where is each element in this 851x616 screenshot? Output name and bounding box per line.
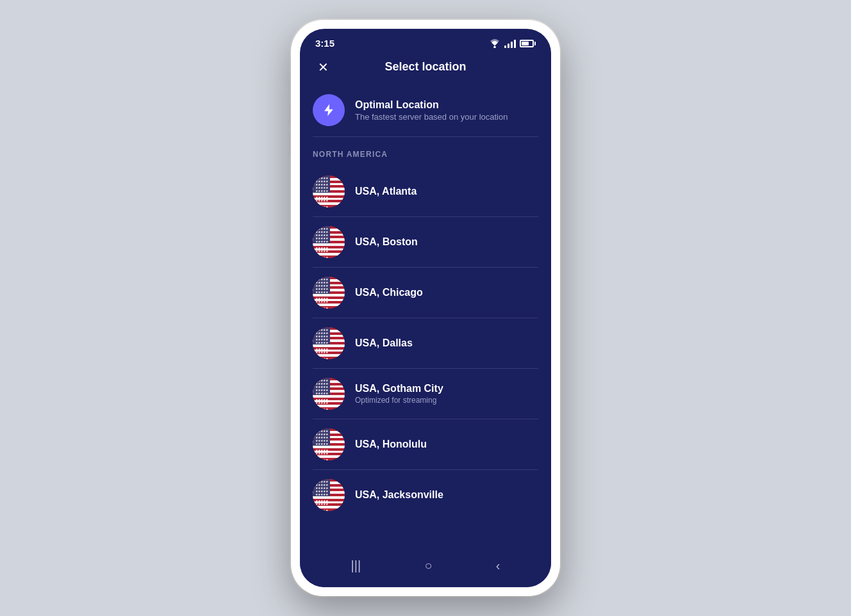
header-title: Select location	[384, 60, 466, 74]
battery-icon	[520, 40, 536, 47]
status-icons	[489, 39, 536, 48]
optimal-location-item[interactable]: Optimal Location The fastest server base…	[300, 84, 551, 136]
location-item-chicago[interactable]: ★★★★★★★★★★★★★★★★★★★★★★★★★★★★★★★★★★★★★★★★…	[300, 268, 551, 318]
location-item-atlanta[interactable]: ★★★★★★★★★★★★★★★★★★★★★★★★★★★★★★★★★★★★★★★★…	[300, 166, 551, 216]
phone-mockup: 3:15	[291, 20, 560, 596]
flag-boston: ★★★★★★★★★★★★★★★★★★★★★★★★★★★★★★★★★★★★★★★★…	[313, 226, 345, 258]
location-item-honolulu[interactable]: ★★★★★★★★★★★★★★★★★★★★★★★★★★★★★★★★★★★★★★★★…	[300, 419, 551, 469]
bottom-nav: ||| ○ ‹	[300, 547, 551, 587]
nav-recent-button[interactable]: |||	[341, 556, 372, 576]
location-item-jacksonville[interactable]: ★★★★★★★★★★★★★★★★★★★★★★★★★★★★★★★★★★★★★★★★…	[300, 470, 551, 520]
flag-atlanta: ★★★★★★★★★★★★★★★★★★★★★★★★★★★★★★★★★★★★★★★★…	[313, 175, 345, 207]
city-name-honolulu: USA, Honolulu	[355, 439, 427, 450]
location-info-atlanta: USA, Atlanta	[355, 186, 417, 197]
flag-jacksonville: ★★★★★★★★★★★★★★★★★★★★★★★★★★★★★★★★★★★★★★★★…	[313, 479, 345, 511]
close-button[interactable]: ✕	[313, 57, 333, 77]
status-bar: 3:15	[300, 29, 551, 54]
city-name-chicago: USA, Chicago	[355, 287, 423, 298]
optimal-icon	[313, 94, 345, 126]
content-area[interactable]: Optimal Location The fastest server base…	[300, 84, 551, 547]
location-item-dallas[interactable]: ★★★★★★★★★★★★★★★★★★★★★★★★★★★★★★★★★★★★★★★★…	[300, 318, 551, 368]
location-info-boston: USA, Boston	[355, 236, 418, 248]
section-north-america: NORTH AMERICA	[300, 137, 551, 166]
location-info-honolulu: USA, Honolulu	[355, 439, 427, 450]
locations-list: ★★★★★★★★★★★★★★★★★★★★★★★★★★★★★★★★★★★★★★★★…	[300, 166, 551, 520]
signal-icon	[504, 39, 516, 48]
city-name-jacksonville: USA, Jacksonville	[355, 489, 443, 501]
flag-dallas: ★★★★★★★★★★★★★★★★★★★★★★★★★★★★★★★★★★★★★★★★…	[313, 327, 345, 359]
optimal-name: Optimal Location	[355, 99, 508, 111]
status-time: 3:15	[315, 38, 335, 49]
phone-frame: 3:15	[291, 20, 560, 596]
nav-home-button[interactable]: ○	[414, 556, 442, 576]
location-info-jacksonville: USA, Jacksonville	[355, 489, 443, 501]
flag-honolulu: ★★★★★★★★★★★★★★★★★★★★★★★★★★★★★★★★★★★★★★★★…	[313, 428, 345, 460]
flag-gotham-city: ★★★★★★★★★★★★★★★★★★★★★★★★★★★★★★★★★★★★★★★★…	[313, 378, 345, 410]
city-subtitle-gotham-city: Optimized for streaming	[355, 396, 443, 405]
close-icon: ✕	[318, 60, 329, 75]
location-info-dallas: USA, Dallas	[355, 337, 413, 349]
flag-chicago: ★★★★★★★★★★★★★★★★★★★★★★★★★★★★★★★★★★★★★★★★…	[313, 277, 345, 309]
optimal-text: Optimal Location The fastest server base…	[355, 99, 508, 122]
app-header: ✕ Select location	[300, 54, 551, 84]
city-name-dallas: USA, Dallas	[355, 337, 413, 349]
city-name-boston: USA, Boston	[355, 236, 418, 248]
location-info-gotham-city: USA, Gotham CityOptimized for streaming	[355, 383, 443, 405]
nav-back-button[interactable]: ‹	[486, 556, 511, 576]
svg-point-0	[493, 45, 496, 47]
location-info-chicago: USA, Chicago	[355, 287, 423, 298]
city-name-atlanta: USA, Atlanta	[355, 186, 417, 197]
location-item-gotham-city[interactable]: ★★★★★★★★★★★★★★★★★★★★★★★★★★★★★★★★★★★★★★★★…	[300, 369, 551, 419]
optimal-description: The fastest server based on your locatio…	[355, 112, 508, 122]
bolt-icon	[322, 103, 336, 117]
phone-screen: 3:15	[300, 29, 551, 587]
city-name-gotham-city: USA, Gotham City	[355, 383, 443, 394]
wifi-icon	[489, 39, 500, 48]
location-item-boston[interactable]: ★★★★★★★★★★★★★★★★★★★★★★★★★★★★★★★★★★★★★★★★…	[300, 217, 551, 267]
